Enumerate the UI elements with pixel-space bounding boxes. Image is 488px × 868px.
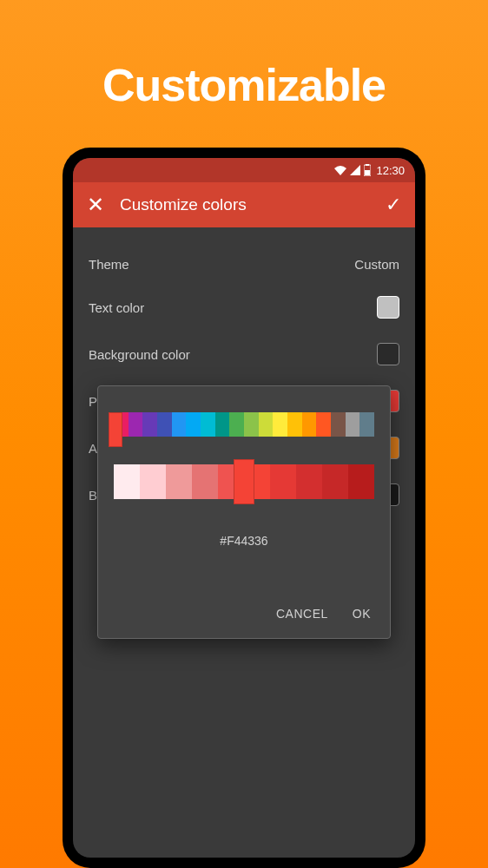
theme-row[interactable]: Theme Custom	[89, 245, 399, 284]
shade-segment[interactable]	[322, 464, 348, 499]
background-color-label: Background color	[89, 347, 190, 362]
shade-segment[interactable]	[192, 464, 218, 499]
background-color-row[interactable]: Background color	[89, 331, 399, 378]
shade-segment[interactable]	[166, 464, 192, 499]
background-color-swatch[interactable]	[377, 343, 399, 365]
theme-value: Custom	[354, 257, 399, 272]
dialog-actions: CANCEL OK	[114, 600, 374, 628]
wifi-icon	[334, 165, 346, 175]
phone-screen: 12:30 ✕ Customize colors ✓ Theme Custom …	[73, 158, 415, 858]
phone-frame: 12:30 ✕ Customize colors ✓ Theme Custom …	[63, 148, 425, 868]
shade-segment[interactable]	[114, 464, 140, 499]
status-icons	[334, 164, 371, 176]
shade-slider[interactable]	[114, 464, 374, 510]
svg-rect-1	[365, 170, 370, 175]
hue-segment[interactable]	[346, 412, 360, 437]
hue-segment[interactable]	[302, 412, 317, 437]
shade-segment[interactable]	[296, 464, 322, 499]
headline-text: Customizable	[0, 0, 488, 111]
app-bar-title: Customize colors	[120, 195, 386, 214]
text-color-swatch[interactable]	[377, 296, 399, 319]
hue-segment[interactable]	[244, 412, 259, 437]
hue-slider[interactable]	[114, 412, 374, 447]
status-bar: 12:30	[73, 158, 415, 182]
hue-segment[interactable]	[172, 412, 187, 437]
cancel-button[interactable]: CANCEL	[276, 607, 328, 621]
hue-segment[interactable]	[287, 412, 302, 437]
hue-segment[interactable]	[201, 412, 215, 437]
ok-button[interactable]: OK	[353, 607, 371, 621]
close-icon[interactable]: ✕	[87, 193, 104, 217]
hue-segment[interactable]	[273, 412, 287, 437]
shade-segment[interactable]	[140, 464, 166, 499]
text-color-row[interactable]: Text color	[89, 284, 399, 331]
hue-segment[interactable]	[129, 412, 143, 437]
hue-segment[interactable]	[359, 412, 374, 437]
hue-segment[interactable]	[142, 412, 157, 437]
app-bar: ✕ Customize colors ✓	[73, 182, 415, 227]
confirm-icon[interactable]: ✓	[386, 194, 401, 216]
signal-icon	[350, 165, 360, 175]
text-color-label: Text color	[89, 300, 144, 315]
color-picker-dialog: #F44336 CANCEL OK	[97, 385, 391, 639]
svg-rect-2	[366, 164, 369, 166]
hue-slider-handle[interactable]	[109, 412, 122, 447]
hue-segment[interactable]	[186, 412, 201, 437]
hue-segment[interactable]	[316, 412, 331, 437]
shade-segment[interactable]	[348, 464, 374, 499]
status-time: 12:30	[376, 164, 405, 177]
hue-segment[interactable]	[157, 412, 172, 437]
hue-segment[interactable]	[331, 412, 346, 437]
hex-value: #F44336	[114, 534, 374, 548]
shade-segment[interactable]	[270, 464, 296, 499]
hue-segment[interactable]	[229, 412, 244, 437]
hue-segment[interactable]	[215, 412, 230, 437]
shade-slider-handle[interactable]	[234, 459, 254, 504]
battery-icon	[364, 164, 371, 176]
hue-segment[interactable]	[259, 412, 274, 437]
theme-label: Theme	[89, 257, 129, 272]
